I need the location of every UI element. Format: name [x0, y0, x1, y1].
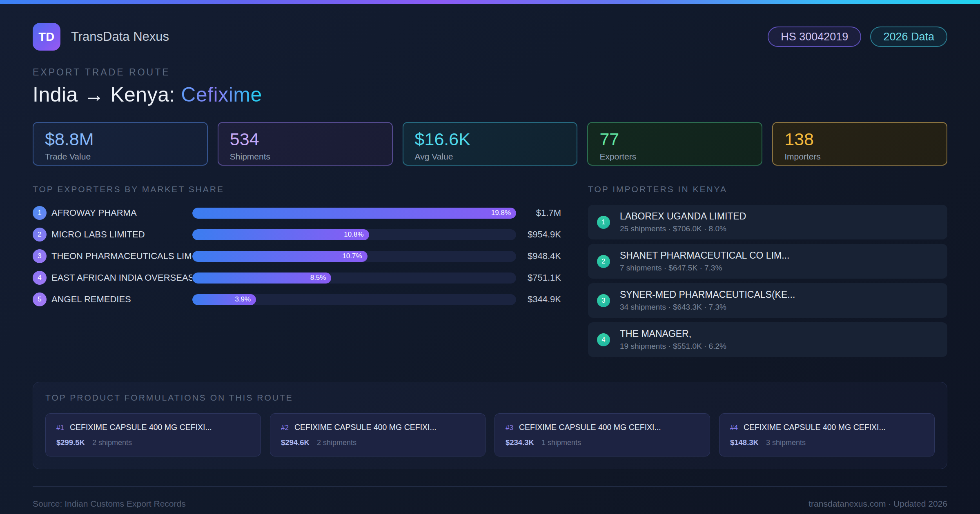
rank-badge: 5	[33, 292, 47, 306]
importer-name: LABOREX UGANDA LIMITED	[620, 211, 746, 222]
market-share-percent: 10.7%	[342, 252, 367, 260]
product-value: $148.3K	[730, 438, 759, 447]
stat-value: 77	[599, 129, 750, 149]
year-data-badge[interactable]: 2026 Data	[870, 27, 947, 47]
product-cards-row: #1 CEFIXIME CAPSULE 400 MG CEFIXI... $29…	[45, 413, 935, 456]
product-card: #2 CEFIXIME CAPSULE 400 MG CEFIXI... $29…	[270, 413, 486, 456]
importer-meta: 25 shipments · $706.0K · 8.0%	[620, 224, 746, 233]
exporter-name: MICRO LABS LIMITED	[51, 229, 192, 240]
product-value: $234.3K	[506, 438, 534, 447]
importers-heading: TOP IMPORTERS IN KENYA	[588, 184, 947, 194]
stat-card-importers: 138 Importers	[772, 122, 947, 166]
importers-section: TOP IMPORTERS IN KENYA 1 LABOREX UGANDA …	[588, 184, 947, 361]
importer-meta: 34 shipments · $643.3K · 7.3%	[620, 303, 795, 312]
product-shipments: 2 shipments	[92, 439, 132, 447]
stat-value: $8.8M	[45, 129, 196, 149]
market-share-percent: 8.5%	[310, 274, 332, 282]
importer-meta: 19 shipments · $551.0K · 6.2%	[620, 342, 726, 351]
page-title: India → Kenya: Cefixime	[33, 83, 947, 106]
market-share-bar-fill: 10.8%	[192, 229, 369, 240]
product-rank: #3	[506, 424, 513, 432]
stat-card-trade-value: $8.8M Trade Value	[33, 122, 208, 166]
importer-name: SHANET PHARMACEUTICAL CO LIM...	[620, 250, 789, 261]
accent-gradient-bar	[0, 0, 980, 4]
rank-badge: 3	[33, 249, 47, 263]
product-formulations-panel: TOP PRODUCT FORMULATIONS ON THIS ROUTE #…	[33, 382, 947, 469]
rank-badge: 1	[33, 206, 47, 220]
importer-row: 4 THE MANAGER, 19 shipments · $551.0K · …	[588, 322, 947, 357]
brand-name: TransData Nexus	[71, 29, 169, 44]
stat-label: Exporters	[599, 152, 750, 162]
exporter-row: 1 AFROWAY PHARMA 19.8% $1.7M	[33, 205, 561, 221]
stat-value: 138	[784, 129, 935, 149]
product-shipments: 1 shipments	[541, 439, 581, 447]
product-value: $294.6K	[281, 438, 310, 447]
exporter-value: $948.4K	[516, 251, 561, 261]
importer-meta: 7 shipments · $647.5K · 7.3%	[620, 264, 789, 273]
exporter-row: 5 ANGEL REMEDIES 3.9% $344.9K	[33, 291, 561, 308]
importers-list: 1 LABOREX UGANDA LIMITED 25 shipments · …	[588, 205, 947, 357]
rank-badge: 2	[33, 228, 47, 241]
market-share-bar-fill: 3.9%	[192, 294, 256, 305]
exporter-name: THEON PHARMACEUTICALS LIMI...	[51, 251, 192, 261]
market-share-bar-track: 19.8%	[192, 208, 516, 219]
stat-card-exporters: 77 Exporters	[587, 122, 762, 166]
product-value: $299.5K	[56, 438, 85, 447]
product-name: CEFIXIME CAPSULE 400 MG CEFIXI...	[294, 423, 437, 432]
product-shipments: 3 shipments	[766, 439, 806, 447]
stat-value: $16.6K	[415, 129, 566, 149]
route-eyebrow: EXPORT TRADE ROUTE	[33, 67, 947, 78]
exporter-row: 4 EAST AFRICAN INDIA OVERSEAS 8.5% $751.…	[33, 270, 561, 286]
exporter-value: $344.9K	[516, 294, 561, 305]
rank-badge: 2	[597, 255, 610, 268]
footer-site: transdatanexus.com · Updated 2026	[808, 499, 947, 509]
stat-label: Avg Value	[415, 152, 566, 162]
rank-badge: 4	[33, 271, 47, 285]
market-share-percent: 19.8%	[491, 209, 516, 217]
exporter-row: 2 MICRO LABS LIMITED 10.8% $954.9K	[33, 226, 561, 243]
product-rank: #1	[56, 424, 64, 432]
market-share-bar-fill: 8.5%	[192, 273, 331, 284]
product-card: #4 CEFIXIME CAPSULE 400 MG CEFIXI... $14…	[719, 413, 935, 456]
stat-label: Trade Value	[45, 152, 196, 162]
footer-source: Source: Indian Customs Export Records	[33, 499, 186, 509]
market-share-bar-fill: 19.8%	[192, 208, 516, 219]
exporters-section: TOP EXPORTERS BY MARKET SHARE 1 AFROWAY …	[33, 184, 561, 313]
product-shipments: 2 shipments	[317, 439, 356, 447]
stat-cards-row: $8.8M Trade Value 534 Shipments $16.6K A…	[33, 122, 947, 166]
exporter-value: $1.7M	[516, 208, 561, 218]
market-share-bar-track: 10.7%	[192, 251, 516, 262]
products-heading: TOP PRODUCT FORMULATIONS ON THIS ROUTE	[45, 393, 935, 403]
exporter-value: $954.9K	[516, 229, 561, 240]
product-card: #1 CEFIXIME CAPSULE 400 MG CEFIXI... $29…	[45, 413, 261, 456]
exporter-row: 3 THEON PHARMACEUTICALS LIMI... 10.7% $9…	[33, 248, 561, 264]
stat-value: 534	[230, 129, 381, 149]
dashboard-page: TD TransData Nexus HS 30042019 2026 Data…	[0, 0, 980, 514]
exporter-name: ANGEL REMEDIES	[51, 294, 192, 305]
market-share-bar-track: 8.5%	[192, 273, 516, 284]
rank-badge: 1	[597, 216, 610, 229]
importer-row: 1 LABOREX UGANDA LIMITED 25 shipments · …	[588, 205, 947, 239]
rank-badge: 4	[597, 333, 610, 346]
hs-code-badge[interactable]: HS 30042019	[768, 27, 861, 47]
market-share-bar-fill: 10.7%	[192, 251, 368, 262]
page-title-route: India → Kenya:	[33, 83, 181, 106]
brand-logo: TD	[33, 23, 60, 51]
product-rank: #4	[730, 424, 738, 432]
importer-row: 3 SYNER-MED PHARMACEUTICALS(KE... 34 shi…	[588, 283, 947, 318]
exporters-heading: TOP EXPORTERS BY MARKET SHARE	[33, 184, 561, 194]
stat-label: Importers	[784, 152, 935, 162]
product-name: CEFIXIME CAPSULE 400 MG CEFIXI...	[70, 423, 212, 432]
stat-card-shipments: 534 Shipments	[218, 122, 393, 166]
stat-card-avg-value: $16.6K Avg Value	[403, 122, 578, 166]
product-card: #3 CEFIXIME CAPSULE 400 MG CEFIXI... $23…	[494, 413, 710, 456]
importer-name: THE MANAGER,	[620, 328, 726, 339]
exporter-name: EAST AFRICAN INDIA OVERSEAS	[51, 273, 192, 283]
market-share-bar-track: 3.9%	[192, 294, 516, 305]
product-name: CEFIXIME CAPSULE 400 MG CEFIXI...	[744, 423, 886, 432]
product-name: CEFIXIME CAPSULE 400 MG CEFIXI...	[519, 423, 661, 432]
rank-badge: 3	[597, 294, 610, 307]
page-footer: Source: Indian Customs Export Records tr…	[33, 486, 947, 509]
stat-label: Shipments	[230, 152, 381, 162]
market-share-bar-track: 10.8%	[192, 229, 516, 240]
